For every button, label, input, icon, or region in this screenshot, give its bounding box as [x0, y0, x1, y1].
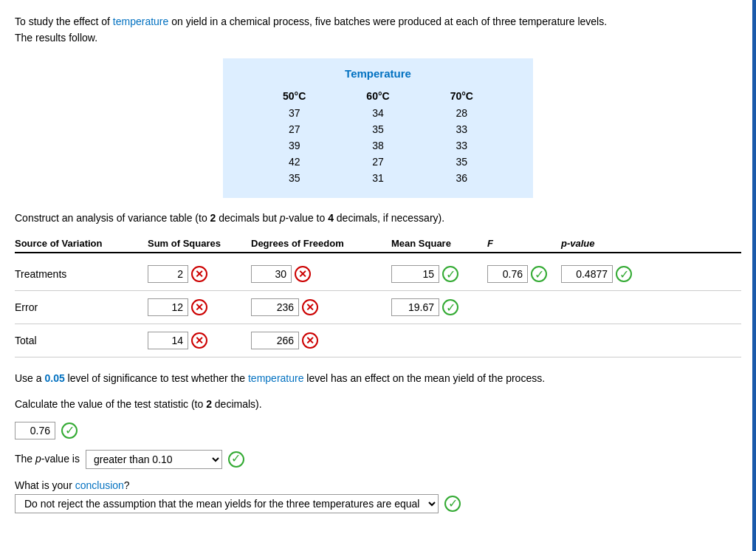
conclusion-dropdown[interactable]: Do not reject the assumption that the me… [15, 494, 439, 513]
error-ms-correct-icon: ✓ [442, 299, 458, 315]
error-df-cell: ✕ [251, 298, 391, 316]
temperature-table: Temperature 50°C 60°C 70°C 3734282735333… [223, 58, 533, 198]
treatments-df-wrong-icon: ✕ [295, 266, 311, 282]
error-ss-wrong-icon: ✕ [191, 299, 207, 315]
pvalue-label: The p-value is [15, 450, 80, 468]
conclusion-row: Do not reject the assumption that the me… [15, 494, 741, 513]
temperature-table-wrapper: Temperature 50°C 60°C 70°C 3734282735333… [15, 58, 741, 198]
conclusion-correct-icon: ✓ [444, 496, 461, 512]
total-ss-cell: ✕ [148, 332, 251, 349]
error-df-wrong-icon: ✕ [302, 299, 318, 315]
error-ss-input[interactable] [148, 298, 188, 316]
intro-highlight-temp: temperature [113, 16, 168, 27]
pvalue-row: The p-value is less than 0.01 between 0.… [15, 450, 741, 469]
anova-row-total: Total ✕ ✕ [15, 324, 741, 357]
table-cell-r3-c1: 27 [336, 154, 419, 170]
conclusion-section: What is your conclusion? Do not reject t… [15, 479, 741, 513]
test-stat-input[interactable] [15, 422, 55, 439]
treatments-f-correct-icon: ✓ [531, 266, 547, 282]
col-f: F [487, 238, 561, 249]
pvalue-correct-icon: ✓ [228, 451, 244, 468]
total-ss-input[interactable] [148, 332, 188, 349]
anova-row-treatments: Treatments ✕ ✕ ✓ ✓ ✓ [15, 258, 741, 291]
table-cell-r4-c1: 31 [336, 170, 419, 186]
treatments-pval-cell: ✓ [561, 265, 642, 283]
table-cell-r1-c1: 35 [336, 121, 419, 137]
col-ms: Mean Square [391, 238, 487, 249]
pvalue-dropdown[interactable]: less than 0.01 between 0.01 and 0.025 be… [86, 450, 222, 469]
treatments-ss-cell: ✕ [148, 265, 251, 283]
table-cell-r4-c0: 35 [252, 170, 336, 186]
total-df-input[interactable] [251, 332, 299, 349]
instruction-text: Construct an analysis of variance table … [15, 210, 741, 226]
table-header: Temperature [252, 67, 504, 80]
intro-paragraph: To study the effect of temperature on yi… [15, 13, 741, 47]
table-cell-r3-c2: 35 [420, 154, 504, 170]
col-header-50: 50°C [252, 87, 336, 105]
table-cell-r2-c0: 39 [252, 137, 336, 154]
table-cell-r0-c1: 34 [336, 105, 419, 121]
treatments-f-input[interactable] [487, 265, 528, 283]
table-cell-r1-c0: 27 [252, 121, 336, 137]
sidebar-bar [752, 0, 756, 534]
table-cell-r0-c2: 28 [420, 105, 504, 121]
test-stat-correct-icon: ✓ [61, 422, 78, 439]
intro-line2: The results follow. [15, 32, 97, 44]
table-cell-r3-c0: 42 [252, 154, 336, 170]
treatments-ss-input[interactable] [148, 265, 188, 283]
treatments-f-cell: ✓ [487, 265, 561, 283]
table-cell-r2-c2: 33 [420, 137, 504, 154]
total-df-wrong-icon: ✕ [302, 332, 318, 349]
error-df-input[interactable] [251, 298, 299, 316]
conclusion-label: What is your conclusion? [15, 479, 741, 491]
col-header-60: 60°C [336, 87, 419, 105]
error-ss-cell: ✕ [148, 298, 251, 316]
col-ss: Sum of Squares [148, 238, 251, 249]
col-header-70: 70°C [420, 87, 504, 105]
treatments-pval-input[interactable] [561, 265, 613, 283]
treatments-ms-input[interactable] [391, 265, 439, 283]
treatments-ms-cell: ✓ [391, 265, 487, 283]
table-cell-r0-c0: 37 [252, 105, 336, 121]
label-total: Total [15, 335, 148, 346]
anova-row-error: Error ✕ ✕ ✓ [15, 291, 741, 324]
test-stat-label: Calculate the value of the test statisti… [15, 395, 741, 414]
sig-level: 0.05 [44, 372, 64, 384]
label-error: Error [15, 301, 148, 313]
col-pvalue: p-value [561, 238, 642, 249]
error-ms-input[interactable] [391, 298, 439, 316]
col-df: Degrees of Freedom [251, 238, 391, 249]
total-ss-wrong-icon: ✕ [191, 332, 207, 349]
anova-table: Source of Variation Sum of Squares Degre… [15, 238, 741, 357]
treatments-ss-wrong-icon: ✕ [191, 266, 207, 282]
sig-temp-word: temperature [248, 372, 303, 384]
treatments-df-cell: ✕ [251, 265, 391, 283]
treatments-df-input[interactable] [251, 265, 292, 283]
table-cell-r1-c2: 33 [420, 121, 504, 137]
label-treatments: Treatments [15, 268, 148, 280]
table-cell-r2-c1: 38 [336, 137, 419, 154]
treatments-ms-correct-icon: ✓ [442, 266, 458, 282]
anova-header-row: Source of Variation Sum of Squares Degre… [15, 238, 741, 253]
error-ms-cell: ✓ [391, 298, 487, 316]
significance-text: Use a 0.05 level of significance to test… [15, 369, 741, 388]
total-df-cell: ✕ [251, 332, 391, 349]
test-stat-row: ✓ [15, 422, 741, 439]
table-cell-r4-c2: 36 [420, 170, 504, 186]
col-source: Source of Variation [15, 238, 148, 249]
treatments-pval-correct-icon: ✓ [616, 266, 632, 282]
